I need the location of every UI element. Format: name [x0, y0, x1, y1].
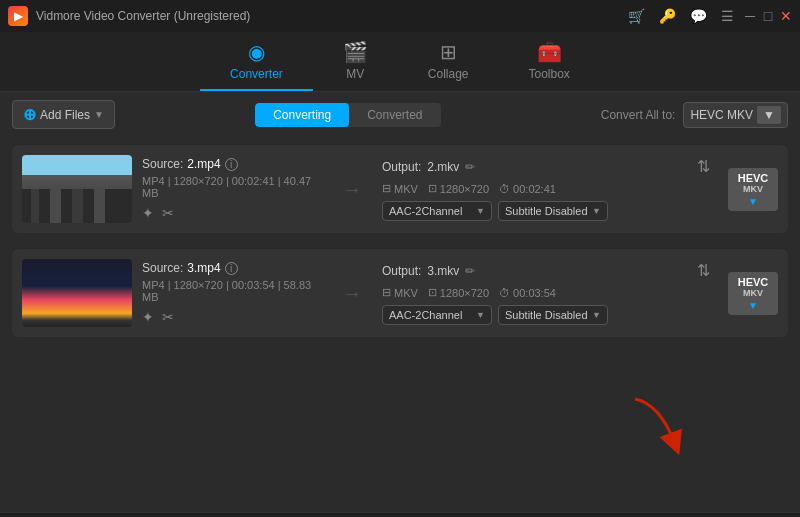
file-meta-2: MP4 | 1280×720 | 00:03:54 | 58.83 MB: [142, 279, 322, 303]
thumbnail-2: [22, 259, 132, 327]
resolution-icon-1: ⊡: [428, 182, 437, 195]
app-title: Vidmore Video Converter (Unregistered): [36, 9, 250, 23]
badge-arrow-2: ▼: [748, 300, 758, 311]
tab-converter-label: Converter: [230, 67, 283, 81]
toolbar: ⊕ Add Files ▼ Converting Converted Conve…: [0, 92, 800, 137]
format-badge-1[interactable]: HEVC MKV ▼: [728, 168, 778, 211]
convert-all-to-label: Convert All to:: [601, 108, 676, 122]
effects-icon-1[interactable]: ✦: [142, 205, 154, 221]
output-area-2: Output: 3.mkv ✏ ⇅ ⊟ MKV ⊡ 1280×720 ⏱ 00:…: [382, 261, 710, 325]
resolution-icon-2: ⊡: [428, 286, 437, 299]
minimize-button[interactable]: ─: [744, 10, 756, 22]
output-controls-1: AAC-2Channel ▼ Subtitle Disabled ▼: [382, 201, 710, 221]
add-files-label: Add Files: [40, 108, 90, 122]
tab-collage[interactable]: ⊞ Collage: [398, 32, 499, 91]
subtitle-dropdown-2[interactable]: Subtitle Disabled ▼: [498, 305, 608, 325]
format-badge-2[interactable]: HEVC MKV ▼: [728, 272, 778, 315]
close-button[interactable]: ✕: [780, 10, 792, 22]
arrow-right-icon-1: →: [342, 178, 362, 201]
duration-spec-2: ⏱ 00:03:54: [499, 287, 556, 299]
cart-icon[interactable]: 🛒: [624, 6, 649, 26]
audio-dropdown-2[interactable]: AAC-2Channel ▼: [382, 305, 492, 325]
subtitle-dropdown-1[interactable]: Subtitle Disabled ▼: [498, 201, 608, 221]
duration-spec-1: ⏱ 00:02:41: [499, 183, 556, 195]
subtitle-arrow-1: ▼: [592, 206, 601, 216]
output-area-1: Output: 2.mkv ✏ ⇅ ⊟ MKV ⊡ 1280×720 ⏱ 00:…: [382, 157, 710, 221]
tab-mv-label: MV: [346, 67, 364, 81]
output-filename-1: 2.mkv: [427, 160, 459, 174]
cut-icon-1[interactable]: ✂: [162, 205, 174, 221]
audio-label-2: AAC-2Channel: [389, 309, 462, 321]
collage-icon: ⊞: [440, 40, 457, 64]
effects-icon-2[interactable]: ✦: [142, 309, 154, 325]
menu-icon[interactable]: ☰: [717, 6, 738, 26]
format-icon-1: ⊟: [382, 182, 391, 195]
add-files-button[interactable]: ⊕ Add Files ▼: [12, 100, 115, 129]
subtitle-label-1: Subtitle Disabled: [505, 205, 588, 217]
nav-tabs: ◉ Converter 🎬 MV ⊞ Collage 🧰 Toolbox: [0, 32, 800, 92]
subtitle-label-2: Subtitle Disabled: [505, 309, 588, 321]
output-specs-1: ⊟ MKV ⊡ 1280×720 ⏱ 00:02:41: [382, 182, 710, 195]
tab-toolbox[interactable]: 🧰 Toolbox: [499, 32, 600, 91]
audio-label-1: AAC-2Channel: [389, 205, 462, 217]
tab-converter[interactable]: ◉ Converter: [200, 32, 313, 91]
tab-mv[interactable]: 🎬 MV: [313, 32, 398, 91]
source-name-1: 2.mp4: [187, 157, 220, 171]
file-info-2: Source: 3.mp4 i MP4 | 1280×720 | 00:03:5…: [142, 261, 322, 325]
arrow-2: →: [332, 282, 372, 305]
badge-sub-1: MKV: [743, 184, 763, 194]
cut-icon-2[interactable]: ✂: [162, 309, 174, 325]
settings-sliders-icon-2[interactable]: ⇅: [697, 261, 710, 280]
subtitle-arrow-2: ▼: [592, 310, 601, 320]
resolution-spec-1: ⊡ 1280×720: [428, 182, 489, 195]
output-filename-2: 3.mkv: [427, 264, 459, 278]
app-logo: ▶: [8, 6, 28, 26]
chat-icon[interactable]: 💬: [686, 6, 711, 26]
audio-arrow-1: ▼: [476, 206, 485, 216]
mv-icon: 🎬: [343, 40, 368, 64]
global-format-dropdown[interactable]: HEVC MKV ▼: [683, 102, 788, 128]
info-icon-2[interactable]: i: [225, 262, 238, 275]
add-files-dropdown-arrow[interactable]: ▼: [94, 109, 104, 120]
badge-main-2: HEVC: [738, 276, 769, 288]
tab-collage-label: Collage: [428, 67, 469, 81]
arrow-right-icon-2: →: [342, 282, 362, 305]
thumbnail-1: [22, 155, 132, 223]
file-meta-1: MP4 | 1280×720 | 00:02:41 | 40.47 MB: [142, 175, 322, 199]
resolution-spec-2: ⊡ 1280×720: [428, 286, 489, 299]
output-header-1: Output: 2.mkv ✏ ⇅: [382, 157, 710, 176]
title-bar: ▶ Vidmore Video Converter (Unregistered)…: [0, 0, 800, 32]
plus-icon: ⊕: [23, 105, 36, 124]
settings-sliders-icon-1[interactable]: ⇅: [697, 157, 710, 176]
file-info-1: Source: 2.mp4 i MP4 | 1280×720 | 00:02:4…: [142, 157, 322, 221]
edit-icon-1[interactable]: ✏: [465, 160, 475, 174]
converting-tab[interactable]: Converting: [255, 103, 349, 127]
clock-icon-1: ⏱: [499, 183, 510, 195]
file-item-2: Source: 3.mp4 i MP4 | 1280×720 | 00:03:5…: [12, 249, 788, 337]
output-label-2: Output:: [382, 264, 421, 278]
source-name-2: 3.mp4: [187, 261, 220, 275]
info-icon-1[interactable]: i: [225, 158, 238, 171]
edit-icon-2[interactable]: ✏: [465, 264, 475, 278]
file-actions-2: ✦ ✂: [142, 309, 322, 325]
format-icon-2: ⊟: [382, 286, 391, 299]
output-header-2: Output: 3.mkv ✏ ⇅: [382, 261, 710, 280]
global-format-arrow: ▼: [757, 106, 781, 124]
clock-icon-2: ⏱: [499, 287, 510, 299]
file-source-2: Source: 3.mp4 i: [142, 261, 322, 275]
format-spec-2: ⊟ MKV: [382, 286, 418, 299]
toolbox-icon: 🧰: [537, 40, 562, 64]
file-source-1: Source: 2.mp4 i: [142, 157, 322, 171]
badge-arrow-1: ▼: [748, 196, 758, 207]
global-format-label: HEVC MKV: [690, 108, 753, 122]
output-controls-2: AAC-2Channel ▼ Subtitle Disabled ▼: [382, 305, 710, 325]
key-icon[interactable]: 🔑: [655, 6, 680, 26]
audio-dropdown-1[interactable]: AAC-2Channel ▼: [382, 201, 492, 221]
source-label-1: Source:: [142, 157, 183, 171]
status-tabs: Converting Converted: [255, 103, 440, 127]
maximize-button[interactable]: □: [762, 10, 774, 22]
bottom-bar: Save to: D:\Vidmore\Vidmore Video Conver…: [0, 512, 800, 517]
converted-tab[interactable]: Converted: [349, 103, 440, 127]
tab-toolbox-label: Toolbox: [529, 67, 570, 81]
file-item-1: Source: 2.mp4 i MP4 | 1280×720 | 00:02:4…: [12, 145, 788, 233]
